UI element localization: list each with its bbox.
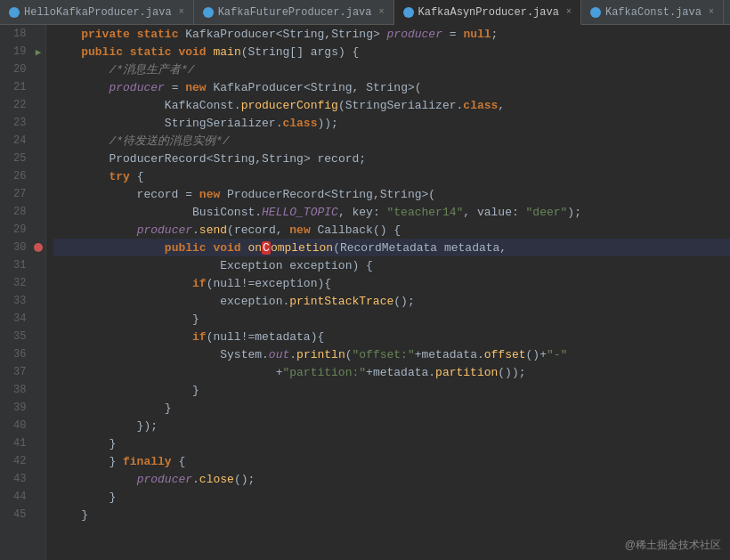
line-number: 31 [0,259,31,272]
gutter-row-25: 25 [0,150,45,167]
gutter-row-31: 31 [0,256,45,274]
line-number: 23 [0,117,31,129]
line-number: 33 [0,295,31,307]
code-line-31: Exception exception) { [53,256,730,274]
breakpoint-marker[interactable] [31,243,45,252]
line-number: 40 [0,419,31,432]
gutter-row-34: 34 [0,310,45,328]
close-icon[interactable]: × [709,7,714,17]
code-line-28: BusiConst.HELLO_TOPIC, key: "teacher14",… [53,203,730,221]
line-number: 35 [0,330,31,343]
code-line-36: System.out.println("offset:"+metadata.of… [53,345,730,363]
code-line-45: } [53,506,730,523]
code-line-41: } [53,434,730,452]
line-number: 41 [0,437,31,450]
java-file-icon [203,7,214,18]
tab-label: KafkaAsynProducer.java [418,6,559,19]
code-line-38: } [53,381,730,399]
code-line-37: +"partition:"+metadata.partition()); [53,363,730,381]
code-line-40: }); [53,417,730,434]
line-number: 28 [0,206,31,218]
line-number: 19 [0,45,31,58]
tab-label: KafkaFutureProducer.java [218,6,372,19]
code-line-19: public static void main(String[] args) { [53,43,730,61]
tab-bar: HelloKafkaProducer.java × KafkaFuturePro… [0,0,730,25]
code-line-23: StringSerializer.class)); [53,114,730,132]
line-number: 26 [0,170,31,183]
line-number: 22 [0,99,31,111]
close-icon[interactable]: × [378,7,384,17]
code-line-20: /*消息生产者*/ [53,61,730,78]
code-line-43: producer.close(); [53,470,730,488]
gutter-row-37: 37 [0,363,45,381]
line-number: 45 [0,508,31,521]
code-line-18: private static KafkaProducer<String,Stri… [53,25,730,43]
code-line-32: if(null!=exception){ [53,274,730,292]
line-number: 20 [0,63,31,76]
run-to-cursor-marker: ▶ [31,46,45,58]
gutter-row-42: 42 [0,452,45,470]
code-line-21: producer = new KafkaProducer<String, Str… [53,78,730,96]
code-container: 18 19 ▶ 20 21 22 23 24 [0,25,730,560]
gutter-row-33: 33 [0,292,45,310]
line-number: 29 [0,223,31,236]
code-line-26: try { [53,167,730,185]
gutter-row-20: 20 [0,61,45,78]
gutter: 18 19 ▶ 20 21 22 23 24 [0,25,46,560]
gutter-row-23: 23 [0,114,45,132]
gutter-row-43: 43 [0,470,45,488]
tab-kafka-asyn-producer[interactable]: KafkaAsynProducer.java × [394,0,581,25]
java-file-icon [9,7,20,18]
code-line-35: if(null!=metadata){ [53,328,730,345]
code-line-24: /*待发送的消息实例*/ [53,132,730,150]
line-number: 27 [0,188,31,200]
java-file-icon [403,7,414,18]
gutter-row-41: 41 [0,434,45,452]
gutter-row-39: 39 [0,399,45,417]
gutter-row-21: 21 [0,78,45,96]
code-line-34: } [53,310,730,328]
gutter-row-38: 38 [0,381,45,399]
tab-hello-kafka-producer[interactable]: HelloKafkaProducer.java × [0,0,194,24]
line-number: 30 [0,241,31,254]
code-line-33: exception.printStackTrace(); [53,292,730,310]
gutter-row-26: 26 [0,167,45,185]
line-number: 38 [0,384,31,396]
line-number: 39 [0,402,31,414]
code-line-30: public void onCompletion(RecordMetadata … [53,239,730,256]
line-number: 21 [0,81,31,93]
code-line-25: ProducerRecord<String,String> record; [53,150,730,167]
line-number: 44 [0,491,31,503]
line-number: 18 [0,28,31,40]
gutter-row-27: 27 [0,185,45,203]
gutter-row-24: 24 [0,132,45,150]
gutter-row-28: 28 [0,203,45,221]
gutter-row-18: 18 [0,25,45,43]
line-number: 32 [0,277,31,289]
gutter-row-44: 44 [0,488,45,506]
watermark: @稀土掘金技术社区 [625,538,721,553]
gutter-row-19: 19 ▶ [0,43,45,61]
tab-label: HelloKafkaProducer.java [24,6,172,19]
line-number: 34 [0,312,31,325]
code-line-44: } [53,488,730,506]
code-line-22: KafkaConst.producerConfig(StringSerializ… [53,96,730,114]
gutter-row-30: 30 [0,239,45,256]
line-number: 25 [0,152,31,165]
gutter-row-22: 22 [0,96,45,114]
gutter-row-36: 36 [0,345,45,363]
close-icon[interactable]: × [566,7,572,17]
line-number: 36 [0,348,31,361]
code-line-42: } finally { [53,452,730,470]
gutter-row-45: 45 [0,506,45,523]
gutter-row-40: 40 [0,417,45,434]
tab-label: KafkaConst.java [605,6,702,19]
code-line-39: } [53,399,730,417]
tab-kafka-const[interactable]: KafkaConst.java × [581,0,724,24]
tab-kafka-future-producer[interactable]: KafkaFutureProducer.java × [194,0,394,24]
gutter-row-35: 35 [0,328,45,345]
close-icon[interactable]: × [179,7,184,17]
code-line-29: producer.send(record, new Callback() { [53,221,730,239]
code-lines: private static KafkaProducer<String,Stri… [46,25,730,560]
gutter-row-32: 32 [0,274,45,292]
